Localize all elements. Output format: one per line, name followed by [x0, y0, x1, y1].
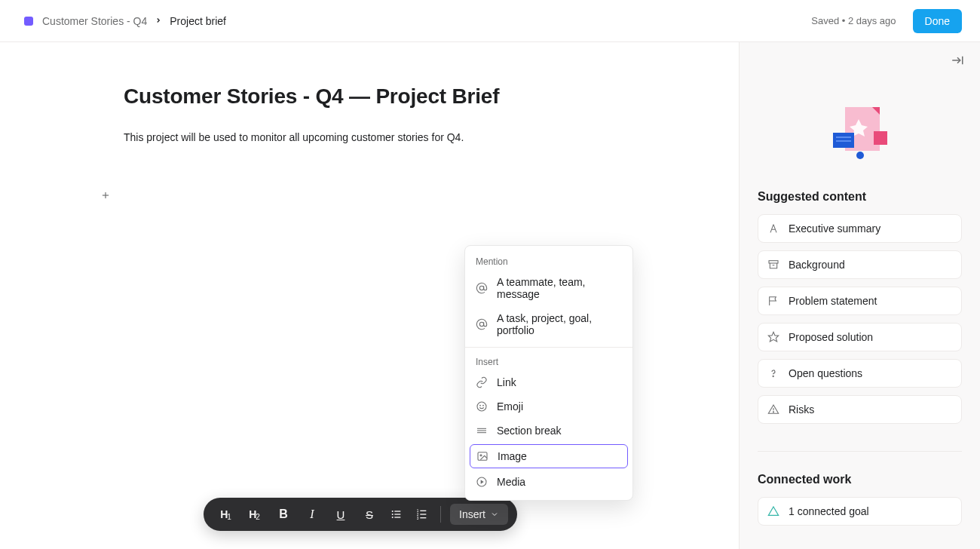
- italic-button[interactable]: I: [299, 501, 326, 528]
- svg-rect-13: [420, 517, 426, 518]
- editor-area[interactable]: Customer Stories - Q4 — Project Brief Th…: [0, 42, 739, 549]
- at-icon: [476, 318, 488, 330]
- sidebar-divider: [758, 451, 962, 452]
- suggested-background[interactable]: Background: [758, 250, 962, 279]
- insert-section-break-label: Section break: [497, 425, 562, 437]
- breadcrumb: Customer Stories - Q4 Project brief: [42, 15, 226, 27]
- underline-button[interactable]: U: [327, 501, 354, 528]
- mention-teammate-label: A teammate, team, message: [497, 276, 622, 300]
- breadcrumb-root[interactable]: Customer Stories - Q4: [42, 15, 147, 27]
- suggested-item-label: Risks: [789, 403, 814, 416]
- svg-rect-9: [420, 511, 426, 511]
- insert-label: Insert: [459, 508, 485, 520]
- suggested-content-title: Suggested content: [758, 190, 962, 204]
- svg-marker-37: [768, 332, 778, 342]
- arrow-right-to-line-icon: [951, 54, 964, 67]
- connected-goal-label: 1 connected goal: [789, 505, 869, 517]
- insert-emoji-label: Emoji: [497, 400, 523, 413]
- mention-teammate[interactable]: A teammate, team, message: [465, 270, 632, 306]
- suggested-risks[interactable]: Risks: [758, 395, 962, 424]
- toolbar-separator: [440, 506, 441, 523]
- svg-point-17: [480, 405, 481, 406]
- svg-point-23: [480, 455, 482, 456]
- svg-point-14: [479, 286, 483, 290]
- insert-media[interactable]: Media: [465, 470, 632, 494]
- svg-point-34: [856, 152, 864, 159]
- popup-divider: [465, 347, 632, 348]
- svg-rect-11: [420, 514, 426, 514]
- text-icon: [767, 222, 779, 235]
- svg-point-2: [392, 511, 394, 512]
- at-icon: [476, 282, 488, 294]
- emoji-icon: [476, 400, 488, 413]
- svg-point-4: [392, 514, 394, 515]
- svg-point-18: [483, 405, 484, 406]
- insert-link[interactable]: Link: [465, 370, 632, 394]
- goal-icon: [767, 505, 779, 517]
- svg-point-6: [392, 517, 394, 518]
- suggested-problem-statement[interactable]: Problem statement: [758, 287, 962, 315]
- insert-image-label: Image: [498, 450, 527, 462]
- saved-status: Saved • 2 days ago: [811, 15, 896, 26]
- svg-rect-7: [394, 517, 400, 517]
- chevron-down-icon: [490, 510, 499, 519]
- insert-emoji[interactable]: Emoji: [465, 394, 632, 419]
- svg-marker-25: [481, 480, 484, 483]
- suggested-executive-summary[interactable]: Executive summary: [758, 214, 962, 243]
- insert-button[interactable]: Insert: [450, 504, 508, 525]
- insert-image[interactable]: Image: [470, 444, 628, 468]
- header-bar: Customer Stories - Q4 Project brief Save…: [0, 0, 980, 42]
- project-color-icon: [24, 17, 33, 26]
- insert-link-label: Link: [497, 376, 516, 388]
- numbered-list-button[interactable]: 123: [410, 501, 434, 528]
- flag-icon: [767, 295, 779, 307]
- illustration: [822, 103, 898, 163]
- suggested-item-label: Background: [789, 259, 845, 271]
- popup-section-mention: Mention: [465, 252, 632, 270]
- mention-task[interactable]: A task, project, goal, portfolio: [465, 306, 632, 342]
- connected-goal[interactable]: 1 connected goal: [758, 497, 962, 526]
- add-block-button[interactable]: [98, 188, 113, 203]
- warning-icon: [767, 403, 779, 416]
- link-icon: [476, 376, 488, 388]
- insert-section-break[interactable]: Section break: [465, 419, 632, 443]
- strikethrough-button[interactable]: S: [356, 501, 383, 528]
- svg-rect-35: [769, 261, 778, 263]
- svg-point-15: [479, 322, 483, 326]
- insert-media-label: Media: [497, 476, 525, 488]
- svg-point-38: [773, 376, 773, 376]
- heading2-button[interactable]: H2: [241, 501, 268, 528]
- breadcrumb-current: Project brief: [170, 15, 226, 27]
- media-icon: [476, 476, 488, 488]
- question-icon: [767, 367, 779, 379]
- suggested-proposed-solution[interactable]: Proposed solution: [758, 323, 962, 351]
- svg-point-40: [773, 412, 773, 413]
- suggested-item-label: Executive summary: [789, 222, 880, 235]
- done-button[interactable]: Done: [913, 9, 962, 33]
- sidebar: Suggested content Executive summary Back…: [739, 42, 980, 549]
- svg-point-16: [477, 402, 486, 411]
- suggested-item-label: Problem statement: [789, 295, 877, 307]
- suggested-open-questions[interactable]: Open questions: [758, 359, 962, 388]
- image-icon: [476, 450, 488, 462]
- svg-rect-22: [478, 452, 487, 461]
- bold-button[interactable]: B: [270, 501, 297, 528]
- insert-menu: Mention A teammate, team, message A task…: [464, 245, 633, 501]
- section-break-icon: [476, 425, 488, 437]
- chevron-right-icon: [155, 16, 162, 26]
- bullet-list-button[interactable]: [384, 501, 409, 528]
- collapse-sidebar-button[interactable]: [950, 53, 965, 68]
- svg-text:3: 3: [417, 517, 419, 520]
- suggested-content-list: Executive summary Background Problem sta…: [758, 214, 962, 424]
- svg-rect-33: [874, 131, 887, 145]
- popup-section-insert: Insert: [465, 352, 632, 370]
- document-title[interactable]: Customer Stories - Q4 — Project Brief: [124, 84, 712, 109]
- svg-rect-3: [394, 511, 400, 511]
- svg-rect-5: [394, 514, 400, 514]
- document-paragraph[interactable]: This project will be used to monitor all…: [124, 130, 712, 146]
- suggested-item-label: Open questions: [789, 367, 862, 379]
- format-toolbar: H1 H2 B I U S 123 Insert: [204, 498, 517, 531]
- heading1-button[interactable]: H1: [213, 501, 240, 528]
- mention-task-label: A task, project, goal, portfolio: [497, 312, 622, 336]
- star-icon: [767, 331, 779, 343]
